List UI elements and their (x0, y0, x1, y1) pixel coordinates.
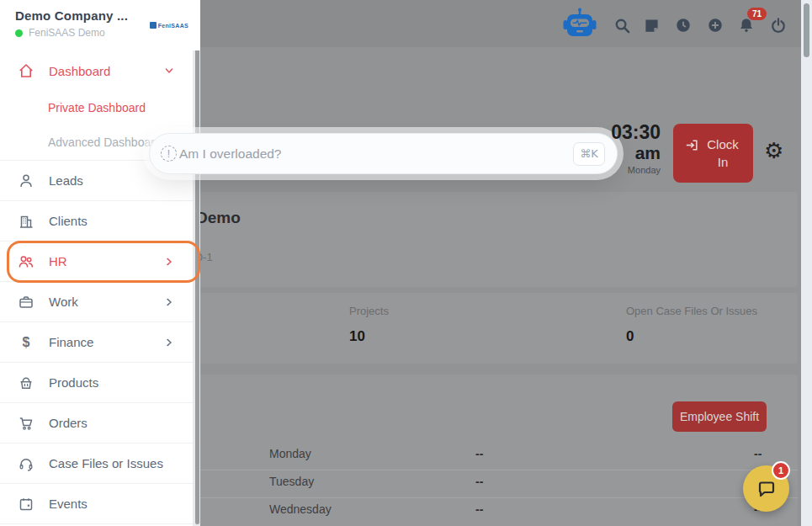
shift-day: Tuesday (269, 475, 314, 488)
chevron-right-icon (162, 255, 176, 268)
employee-shift-card: Employee Shift Monday -- -- Tuesday -- -… (143, 375, 798, 526)
search-icon[interactable] (614, 18, 630, 34)
sidebar-item-label: Events (49, 497, 193, 511)
company-header[interactable]: Demo Company ... FeniSAAS Demo FeniSAAS (0, 0, 200, 50)
sidebar-item-clients[interactable]: Clients (0, 201, 193, 242)
logo-text: FeniSAAS (158, 23, 188, 29)
sidebar-scrollbar-thumb[interactable] (195, 49, 199, 524)
sidebar-item-products[interactable]: Products (0, 363, 193, 403)
clock-meridiem: am (611, 143, 661, 163)
sidebar-menu: Dashboard Private Dashboard Advanced Das… (0, 50, 193, 524)
sidebar-subitem-label: Advanced Dashboard (48, 135, 162, 149)
sidebar-item-hr[interactable]: HR (0, 242, 193, 282)
logo-mark (150, 22, 157, 29)
basket-icon (17, 375, 35, 391)
headset-icon (17, 455, 35, 472)
ai-robot-icon[interactable] (562, 8, 597, 41)
sidebar-item-events[interactable]: Events (0, 484, 193, 524)
company-name: Demo Company ... (15, 8, 188, 23)
command-search-bar[interactable]: ! ⌘K (149, 133, 618, 174)
sidebar-item-work[interactable]: Work (0, 282, 193, 322)
notification-count-badge: 71 (747, 8, 767, 20)
power-icon[interactable] (770, 17, 787, 34)
sidebar-item-label: Dashboard (49, 64, 162, 78)
sidebar-item-label: Clients (49, 214, 193, 228)
home-icon (17, 62, 35, 79)
cart-icon (17, 415, 35, 432)
shift-day: Monday (269, 447, 311, 460)
chevron-right-icon (162, 336, 176, 349)
app-window: 71 Demo O-1 Projects 10 Open Case Files … (0, 0, 812, 526)
building-icon (17, 213, 35, 230)
shift-day: Wednesday (269, 502, 332, 516)
notes-icon[interactable] (644, 18, 660, 34)
search-input[interactable] (179, 146, 573, 162)
fenisaas-logo: FeniSAAS (150, 22, 188, 29)
stat-projects: Projects 10 (349, 305, 389, 345)
clock-in-label: Clock In (704, 135, 741, 171)
sidebar-item-label: Work (49, 295, 162, 309)
sidebar-item-finance[interactable]: $ Finance (0, 322, 193, 363)
info-dashed-icon: ! (161, 146, 177, 162)
briefcase-icon (17, 294, 35, 311)
overview-card: Demo O-1 (143, 192, 798, 287)
dollar-icon: $ (17, 334, 35, 351)
sidebar-subitem-label: Private Dashboard (48, 101, 146, 114)
sidebar-item-label: Products (49, 375, 193, 390)
users-icon (17, 253, 35, 270)
workspace-name: FeniSAAS Demo (29, 27, 105, 39)
login-icon (685, 138, 699, 152)
sidebar-scrollbar[interactable] (193, 47, 200, 526)
clock-widget: 03:30 am Monday (611, 121, 661, 177)
clock-day: Monday (611, 164, 661, 177)
page-scrollbar[interactable] (801, 0, 812, 526)
add-icon[interactable] (708, 18, 723, 33)
sidebar-item-label: Finance (49, 335, 162, 349)
row-divider (143, 470, 798, 470)
sidebar-item-dashboard[interactable]: Dashboard (0, 50, 193, 91)
person-icon (17, 173, 35, 189)
shift-value: -- (754, 447, 762, 460)
stat-label: Projects (349, 305, 389, 317)
stat-value: 0 (626, 328, 757, 345)
page-scrollbar-thumb[interactable] (804, 3, 809, 57)
sidebar-item-orders[interactable]: Orders (0, 403, 193, 444)
sidebar-item-label: Case Files or Issues (49, 456, 193, 470)
sidebar-item-private-dashboard[interactable]: Private Dashboard (0, 91, 193, 125)
settings-gear-icon[interactable]: ⚙ (764, 140, 783, 162)
chat-bubble-icon (756, 478, 778, 500)
clock-in-button[interactable]: Clock In (673, 124, 753, 183)
keyboard-shortcut-chip: ⌘K (573, 142, 605, 166)
stat-label: Open Case Files Or Issues (626, 305, 757, 317)
chevron-right-icon (162, 295, 176, 309)
stats-card: Projects 10 Open Case Files Or Issues 0 (143, 293, 798, 364)
sidebar-item-label: Leads (49, 173, 193, 188)
online-status-dot (15, 29, 23, 37)
clock-time: 03:30 (611, 121, 661, 143)
clock-icon[interactable] (676, 18, 691, 33)
calendar-icon (17, 496, 35, 513)
row-divider (143, 497, 798, 498)
sidebar: Demo Company ... FeniSAAS Demo FeniSAAS … (0, 0, 200, 526)
sidebar-item-label: Orders (49, 416, 193, 430)
stat-open-cases: Open Case Files Or Issues 0 (626, 305, 757, 345)
stat-value: 10 (349, 328, 389, 345)
chevron-down-icon (162, 64, 176, 77)
shift-value: -- (475, 502, 483, 516)
chat-unread-badge: 1 (772, 461, 790, 480)
sidebar-item-case-files[interactable]: Case Files or Issues (0, 444, 193, 484)
sidebar-item-label: HR (49, 254, 162, 268)
shift-value: -- (475, 475, 483, 488)
overview-title: Demo (196, 209, 241, 227)
shift-value: -- (475, 447, 483, 460)
employee-shift-button[interactable]: Employee Shift (672, 401, 767, 432)
